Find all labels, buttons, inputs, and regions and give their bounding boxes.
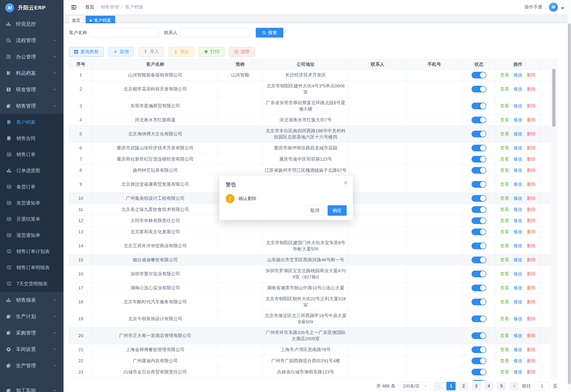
edit-link[interactable]: 修改: [513, 299, 523, 304]
status-toggle[interactable]: [472, 299, 486, 305]
page-button-4[interactable]: 4: [484, 382, 494, 390]
status-toggle[interactable]: [472, 72, 486, 78]
view-link[interactable]: 查看: [500, 333, 509, 338]
delete-link[interactable]: 删除: [527, 117, 536, 122]
status-toggle[interactable]: [472, 369, 486, 375]
status-toggle[interactable]: [472, 195, 486, 202]
delete-link[interactable]: 删除: [527, 271, 536, 276]
status-toggle[interactable]: [472, 243, 486, 249]
page-size-select[interactable]: 100条/页: [399, 382, 430, 390]
status-toggle[interactable]: [472, 257, 486, 263]
view-link[interactable]: 查看: [500, 156, 509, 162]
status-toggle[interactable]: [472, 332, 486, 339]
sidebar-item-21[interactable]: 生产管理: [0, 357, 63, 374]
delete-link[interactable]: 删除: [527, 285, 536, 290]
edit-link[interactable]: 修改: [513, 229, 523, 234]
sidebar-item-18[interactable]: 生产计划: [0, 308, 63, 324]
add-button[interactable]: 新增: [108, 47, 134, 56]
edit-link[interactable]: 修改: [513, 156, 523, 162]
edit-link[interactable]: 修改: [513, 218, 523, 223]
view-link[interactable]: 查看: [500, 369, 509, 374]
delete-link[interactable]: 删除: [527, 72, 536, 77]
status-toggle[interactable]: [472, 229, 486, 235]
view-link[interactable]: 查看: [500, 168, 509, 173]
sidebar-item-20[interactable]: 车间设置: [0, 341, 63, 357]
sidebar-item-6[interactable]: 客户档案: [0, 114, 63, 130]
sidebar-item-15[interactable]: 销售订单明细表: [0, 259, 63, 276]
sidebar-item-8[interactable]: 销售订单: [0, 146, 63, 163]
edit-link[interactable]: 修改: [513, 333, 523, 338]
edit-link[interactable]: 修改: [513, 316, 523, 321]
delete-link[interactable]: 删除: [527, 196, 536, 201]
view-link[interactable]: 查看: [500, 257, 509, 262]
status-toggle[interactable]: [472, 206, 486, 213]
export-button[interactable]: 导出: [169, 47, 194, 56]
edit-link[interactable]: 修改: [513, 257, 523, 262]
status-toggle[interactable]: [472, 358, 486, 364]
edit-link[interactable]: 修改: [513, 182, 523, 187]
page-button-2[interactable]: 2: [459, 382, 468, 390]
sidebar-item-13[interactable]: 退货通知单: [0, 227, 63, 243]
status-toggle[interactable]: [472, 167, 486, 174]
status-toggle[interactable]: [472, 346, 486, 353]
edit-link[interactable]: 修改: [513, 117, 523, 122]
edit-link[interactable]: 修改: [513, 369, 523, 374]
sidebar-item-12[interactable]: 开票结算单: [0, 211, 63, 227]
delete-link[interactable]: 删除: [527, 229, 536, 234]
edit-link[interactable]: 修改: [513, 207, 523, 212]
sidebar-item-14[interactable]: 销售订单计划表: [0, 243, 63, 259]
view-link[interactable]: 查看: [500, 218, 509, 223]
view-link[interactable]: 查看: [500, 131, 509, 136]
page-button-3[interactable]: 3: [472, 382, 481, 390]
print-button[interactable]: 打印: [199, 47, 224, 56]
status-toggle[interactable]: [472, 145, 486, 151]
table-scrollbar-thumb[interactable]: [552, 69, 556, 127]
sidebar-item-19[interactable]: 采购管理: [0, 324, 63, 341]
delete-link[interactable]: 删除: [527, 182, 536, 187]
delete-link[interactable]: 删除: [527, 156, 536, 162]
delete-link[interactable]: 删除: [527, 243, 536, 248]
delete-link[interactable]: 删除: [527, 369, 536, 374]
sidebar-collapse-icon[interactable]: [70, 4, 77, 11]
view-link[interactable]: 查看: [500, 182, 509, 187]
edit-link[interactable]: 修改: [513, 72, 523, 77]
edit-link[interactable]: 修改: [513, 381, 523, 381]
sidebar-item-4[interactable]: 研发管理: [0, 81, 63, 98]
sidebar-item-3[interactable]: 料品档案: [0, 65, 63, 81]
confirm-button[interactable]: 确定: [328, 205, 347, 216]
customer-name-input[interactable]: [90, 28, 159, 38]
sidebar-item-16[interactable]: 7天交货明细表: [0, 276, 63, 292]
view-link[interactable]: 查看: [500, 347, 509, 352]
status-toggle[interactable]: [472, 316, 486, 322]
delete-link[interactable]: 删除: [527, 131, 536, 136]
delete-link[interactable]: 删除: [527, 207, 536, 212]
import-button[interactable]: 导入: [138, 47, 164, 56]
view-link[interactable]: 查看: [500, 243, 509, 248]
sidebar-item-7[interactable]: 销售合同: [0, 130, 63, 146]
status-toggle[interactable]: [472, 217, 486, 224]
goto-page-input[interactable]: [534, 382, 550, 390]
contact-input[interactable]: [180, 28, 249, 38]
avatar[interactable]: M: [549, 3, 558, 12]
edit-link[interactable]: 修改: [513, 145, 523, 150]
edit-link[interactable]: 修改: [513, 103, 523, 108]
query-button[interactable]: 查询所有: [69, 47, 104, 56]
sidebar-item-10[interactable]: 备货订单: [0, 179, 63, 195]
delete-link[interactable]: 删除: [527, 316, 536, 321]
edit-link[interactable]: 修改: [513, 243, 523, 248]
delete-link[interactable]: 删除: [527, 86, 536, 91]
status-toggle[interactable]: [472, 131, 486, 137]
sidebar-item-11[interactable]: 发货通知单: [0, 195, 63, 211]
view-link[interactable]: 查看: [500, 316, 509, 321]
edit-link[interactable]: 修改: [513, 271, 523, 276]
delete-link[interactable]: 删除: [527, 218, 536, 223]
breadcrumb-home[interactable]: 首页: [85, 4, 94, 10]
edit-link[interactable]: 修改: [513, 358, 523, 363]
edit-link[interactable]: 修改: [513, 168, 523, 173]
clear-button[interactable]: 清空: [229, 47, 255, 56]
page-button-5[interactable]: 5: [497, 382, 506, 390]
sidebar-item-0[interactable]: 经营总控: [0, 16, 63, 32]
edit-link[interactable]: 修改: [513, 285, 523, 290]
delete-link[interactable]: 删除: [527, 299, 536, 304]
view-link[interactable]: 查看: [500, 72, 509, 77]
